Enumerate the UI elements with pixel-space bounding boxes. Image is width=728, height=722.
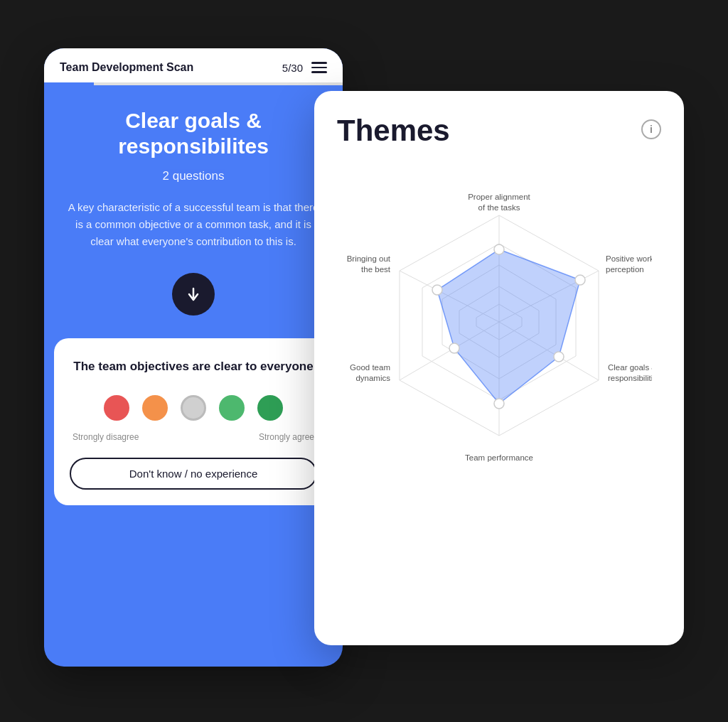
menu-button[interactable] [311, 62, 327, 73]
progress-text: 5/30 [282, 62, 303, 74]
info-button[interactable]: i [641, 119, 661, 139]
rating-dot-4[interactable] [219, 395, 245, 421]
section-description: A key characteristic of a successful tea… [64, 199, 323, 250]
answer-card: The team objectives are clear to everyon… [54, 338, 333, 505]
label-left: Strongly disagree [73, 432, 139, 442]
rating-dot-5[interactable] [257, 395, 283, 421]
radar-dot-top [494, 244, 504, 254]
app-title: Team Development Scan [60, 61, 193, 74]
progress-bar-container [44, 82, 343, 85]
svg-text:perception: perception [606, 265, 644, 274]
label-top-right: Positive work [606, 254, 652, 263]
svg-text:of the tasks: of the tasks [478, 203, 520, 212]
section-title: Clear goals & responsibilites [64, 108, 323, 159]
label-bottom: Team performance [465, 453, 533, 462]
rating-dot-1[interactable] [104, 395, 129, 421]
svg-text:the best: the best [361, 265, 391, 274]
label-bottom-right: Clear goals & [608, 363, 652, 372]
mobile-card: Team Development Scan 5/30 Clear goals &… [44, 48, 343, 667]
dont-know-button[interactable]: Don't know / no experience [70, 458, 317, 490]
radar-dot-bottom-right [554, 352, 564, 362]
label-right: Strongly agree [259, 432, 314, 442]
radar-chart: Proper alignment of the tasks Positive w… [337, 162, 661, 574]
rating-dot-3[interactable] [181, 395, 206, 421]
question-text: The team objectives are clear to everyon… [70, 358, 317, 375]
label-top: Proper alignment [468, 193, 530, 201]
label-top-left: Bringing out [347, 254, 391, 263]
mobile-content: Clear goals & responsibilites 2 question… [44, 85, 343, 316]
radar-dot-bottom [494, 399, 504, 409]
themes-header: Themes i [337, 114, 661, 148]
progress-area: 5/30 [282, 62, 327, 74]
svg-text:dynamics: dynamics [355, 374, 390, 382]
questions-count: 2 questions [64, 169, 323, 183]
rating-dot-2[interactable] [142, 395, 168, 421]
radar-dot-bottom-left [449, 343, 459, 353]
radar-svg: Proper alignment of the tasks Positive w… [346, 180, 652, 556]
scene: Team Development Scan 5/30 Clear goals &… [44, 34, 684, 688]
progress-bar-fill [44, 82, 94, 85]
rating-row [70, 395, 317, 421]
themes-title: Themes [337, 114, 450, 148]
scroll-down-button[interactable] [172, 273, 215, 316]
themes-card: Themes i [314, 91, 684, 645]
radar-dot-top-right [575, 275, 585, 285]
radar-dot-top-left [432, 285, 442, 295]
rating-labels: Strongly disagree Strongly agree [70, 432, 317, 442]
svg-text:responsibilities: responsibilities [608, 374, 652, 382]
svg-marker-11 [437, 249, 580, 404]
mobile-header: Team Development Scan 5/30 [44, 48, 343, 82]
label-bottom-left: Good team [350, 363, 390, 372]
